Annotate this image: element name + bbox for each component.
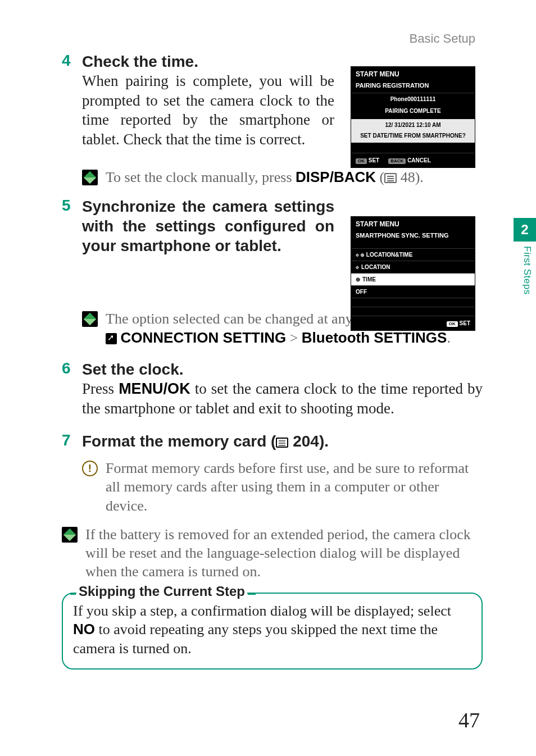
screen-footer: OK SET: [351, 316, 475, 330]
step-number: 5: [62, 197, 82, 215]
screen-footer: OK SET BACK CANCEL: [351, 153, 475, 167]
step-6-text: Press MENU/OK to set the camera clock to…: [82, 379, 483, 418]
note5-mid: >: [286, 330, 302, 346]
step-number: 6: [62, 359, 82, 377]
tip-icon: [82, 170, 98, 185]
step-6-title: Set the clock.: [82, 359, 483, 379]
note7-text: Format memory cards before first use, an…: [106, 459, 483, 515]
ok-key: OK: [447, 321, 458, 327]
step-number: 7: [62, 431, 82, 449]
chapter-tab: 2: [514, 218, 536, 242]
note4-suffix: (: [376, 169, 384, 185]
back-key: BACK: [388, 158, 406, 164]
step-5-title: Synchronize the camera settings with the…: [82, 197, 334, 256]
box-text: If you skip a step, a confirmation dialo…: [73, 602, 471, 658]
note-manual-clock: To set the clock manually, press DISP/BA…: [82, 168, 483, 186]
datetime-row: 12/ 31/2021 12:10 AM: [351, 119, 475, 131]
box-title: Skipping the Current Step: [76, 584, 247, 599]
manual-ref-icon: [276, 438, 288, 448]
note4-bold: DISP/BACK: [296, 168, 376, 185]
manual-ref-icon: [384, 173, 397, 183]
screen-title: START MENU: [351, 67, 475, 80]
note5-end: .: [447, 330, 451, 346]
chapter-label: First Steps: [521, 246, 533, 295]
set-label: SET: [460, 320, 470, 326]
sync-option-2: ⟐LOCATION: [351, 261, 475, 273]
step-number: 4: [62, 52, 82, 70]
caution-icon: !: [82, 461, 98, 476]
sync-option-1: ⟐ ⊕LOCATION&TIME: [351, 248, 475, 261]
note5-bold1: CONNECTION SETTING: [121, 329, 287, 346]
sync-option-3: ⊕TIME: [351, 273, 475, 285]
step-7-title: Format the memory card ( 204).: [82, 431, 483, 451]
screen-subtitle: PAIRING REGISTRATION: [351, 80, 475, 93]
tip-icon: [62, 527, 78, 543]
note-battery-removed: If the battery is removed for an extende…: [62, 525, 483, 581]
screen-subtitle: SMARTPHONE SYNC. SETTING: [351, 230, 475, 243]
pairing-status: PAIRING COMPLETE: [351, 105, 475, 119]
section-header: Basic Setup: [410, 31, 475, 46]
camera-screen-sync: START MENU SMARTPHONE SYNC. SETTING ⟐ ⊕L…: [351, 216, 475, 331]
note4-prefix: To set the clock manually, press: [106, 169, 296, 185]
step-6: 6 Set the clock. Press MENU/OK to set th…: [62, 359, 483, 418]
connection-icon: [106, 333, 117, 344]
sync-option-4: OFF: [351, 285, 475, 298]
cancel-label: CANCEL: [407, 157, 431, 163]
screen-title: START MENU: [351, 217, 475, 230]
set-label: SET: [369, 157, 379, 163]
step-7: 7 Format the memory card ( 204).: [62, 431, 483, 451]
tip-icon: [82, 311, 98, 327]
step-4-text: When pairing is complete, you will be pr…: [82, 71, 334, 149]
note-format-card: ! Format memory cards before first use, …: [82, 459, 483, 515]
note4-page: 48).: [397, 169, 424, 185]
manual-page: Basic Setup 2 First Steps 4 Check the ti…: [0, 0, 536, 756]
prompt-row: SET DATE/TIME FROM SMARTPHONE?: [351, 131, 475, 143]
final-note-text: If the battery is removed for an extende…: [85, 525, 483, 581]
camera-screen-pairing: START MENU PAIRING REGISTRATION Phone000…: [351, 66, 475, 168]
skipping-step-box: Skipping the Current Step If you skip a …: [62, 593, 483, 670]
page-number: 47: [458, 708, 480, 732]
note5-bold2: Bluetooth SETTINGS: [302, 329, 447, 346]
device-name: Phone000111111: [351, 93, 475, 105]
ok-key: OK: [356, 158, 367, 164]
